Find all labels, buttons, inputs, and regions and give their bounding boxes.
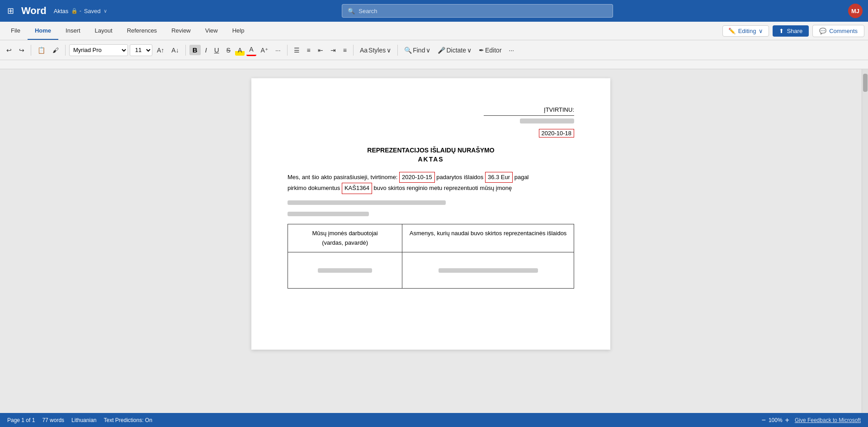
avatar[interactable]: MJ: [848, 4, 863, 18]
document-title-line1: REPREZENTACIJOS IŠLAIDŲ NURAŠYMO: [288, 147, 574, 154]
word-count: 77 words: [42, 417, 64, 423]
document-title-line2: AKTAS: [288, 156, 574, 163]
search-box[interactable]: 🔍 Search: [342, 4, 613, 18]
editor-icon: ✒: [479, 47, 484, 54]
formatting-toolbar: ↩ ↪ 📋 🖌 Myriad Pro 11 A↑ A↓ B I U S A A …: [0, 40, 868, 60]
numbered-list-button[interactable]: ≡: [304, 45, 313, 56]
separator-5: [353, 45, 354, 56]
separator-3: [185, 45, 186, 56]
italic-button[interactable]: I: [203, 44, 210, 56]
tvirtinu-label: ĮTVIRTINU:: [544, 106, 574, 113]
styles-icon: Aa: [360, 47, 368, 54]
tab-insert[interactable]: Insert: [58, 22, 88, 40]
table-header-col1: Mūsų įmonės darbuotojai (vardas, pavardė…: [288, 224, 402, 252]
tab-review[interactable]: Review: [164, 22, 198, 40]
zoom-out-button[interactable]: −: [762, 416, 766, 424]
search-icon: 🔍: [348, 8, 355, 14]
decrease-font-button[interactable]: A↓: [169, 45, 181, 56]
tab-file[interactable]: File: [4, 22, 28, 40]
document-body: Mes, ant šio akto pasirašiusieji, tvirti…: [288, 172, 574, 289]
styles-chevron-icon: ∨: [387, 47, 391, 54]
more-toolbar-button[interactable]: ···: [506, 45, 517, 56]
status-bar-right: − 100% + Give Feedback to Microsoft: [762, 416, 861, 424]
undo-button[interactable]: ↩: [4, 45, 14, 56]
feedback-link[interactable]: Give Feedback to Microsoft: [795, 417, 861, 423]
bold-button[interactable]: B: [189, 45, 201, 55]
body-pirkimo: pirkimo dokumentus: [288, 185, 342, 191]
document-filename: Aktas 🔒 - Saved ∨: [54, 8, 107, 14]
zoom-level: 100%: [769, 417, 783, 423]
signature-name: redacted name: [288, 118, 574, 123]
editing-button[interactable]: ✏️ Editing ∨: [722, 25, 769, 37]
editing-chevron-icon: ∨: [759, 28, 763, 34]
search-placeholder: Search: [359, 8, 377, 14]
ruler: [0, 60, 868, 69]
find-button[interactable]: 🔍 Find ∨: [401, 45, 433, 56]
separator-2: [65, 45, 66, 56]
title-bar: ⊞ Word Aktas 🔒 - Saved ∨ 🔍 Search MJ: [0, 0, 868, 22]
increase-font-button[interactable]: A↑: [154, 45, 167, 56]
redo-button[interactable]: ↪: [16, 45, 27, 56]
share-button[interactable]: ⬆ Share: [773, 25, 809, 37]
highlight-button[interactable]: A: [235, 45, 245, 56]
page-info: Page 1 of 1: [7, 417, 35, 423]
font-color-button[interactable]: A: [246, 44, 256, 56]
search-area: 🔍 Search: [113, 4, 843, 18]
increase-indent-button[interactable]: ⇥: [328, 45, 339, 56]
document-scroll[interactable]: ĮTVIRTINU: redacted name 2020-10-18 REPR…: [0, 69, 862, 413]
dictate-icon: 🎤: [438, 47, 445, 54]
font-size-select[interactable]: 11: [130, 44, 152, 56]
tab-layout[interactable]: Layout: [88, 22, 120, 40]
tab-help[interactable]: Help: [225, 22, 252, 40]
document-date-box: 2020-10-18: [539, 129, 575, 138]
format-painter-button[interactable]: 🖌: [50, 45, 61, 56]
expense-table: Mūsų įmonės darbuotojai (vardas, pavardė…: [288, 224, 574, 289]
paste-button[interactable]: 📋: [35, 45, 48, 56]
status-bar: Page 1 of 1 77 words Lithuanian Text Pre…: [0, 413, 868, 427]
ribbon-tabs: File Home Insert Layout References Revie…: [0, 22, 868, 40]
dictate-button[interactable]: 🎤 Dictate ∨: [435, 45, 474, 56]
comments-button[interactable]: 💬 Comments: [812, 25, 864, 37]
tab-references[interactable]: References: [120, 22, 164, 40]
separator-1: [31, 45, 31, 56]
find-chevron-icon: ∨: [426, 47, 430, 54]
tvirtinu-section: ĮTVIRTINU:: [288, 105, 574, 114]
vertical-scrollbar[interactable]: [862, 69, 868, 413]
tab-view[interactable]: View: [198, 22, 225, 40]
underline-button[interactable]: U: [212, 44, 222, 56]
body-buvo: buvo skirtos renginio metu reprezentuoti…: [374, 185, 512, 191]
strikethrough-button[interactable]: S: [224, 45, 233, 56]
body-pagal: pagal: [514, 174, 529, 180]
table-row: redacted redacted: [288, 252, 574, 289]
editor-button[interactable]: ✒ Editor: [476, 45, 505, 56]
amount-box: 36.3 Eur: [485, 172, 513, 183]
tab-home[interactable]: Home: [28, 22, 58, 40]
table-cell-persons: redacted: [402, 252, 574, 289]
text-effects-button[interactable]: A⁺: [258, 45, 271, 56]
zoom-controls: − 100% +: [762, 416, 789, 424]
waffle-icon[interactable]: ⊞: [5, 4, 16, 18]
font-family-select[interactable]: Myriad Pro: [69, 44, 128, 56]
ribbon: File Home Insert Layout References Revie…: [0, 22, 868, 40]
document-page: ĮTVIRTINU: redacted name 2020-10-18 REPR…: [251, 78, 610, 350]
table-header-col2: Asmenys, kurių naudai buvo skirtos repre…: [402, 224, 574, 252]
styles-button[interactable]: Aa Styles ∨: [357, 45, 394, 56]
more-text-button[interactable]: ···: [273, 45, 283, 56]
text-predictions: Text Predictions: On: [104, 417, 152, 423]
body-intro: Mes, ant šio akto pasirašiusieji, tvirti…: [288, 174, 399, 180]
separator-4: [287, 45, 288, 56]
zoom-in-button[interactable]: +: [785, 416, 789, 424]
edit-pencil-icon: ✏️: [728, 28, 736, 34]
title-bar-right: MJ: [848, 4, 863, 18]
table-header-row: Mūsų įmonės darbuotojai (vardas, pavardė…: [288, 224, 574, 252]
find-icon: 🔍: [404, 47, 412, 54]
comment-icon: 💬: [819, 28, 826, 34]
language: Lithuanian: [71, 417, 96, 423]
bullet-list-button[interactable]: ☰: [291, 45, 302, 56]
document-area: ĮTVIRTINU: redacted name 2020-10-18 REPR…: [0, 69, 868, 413]
separator-6: [397, 45, 398, 56]
alignment-button[interactable]: ≡: [340, 45, 349, 56]
decrease-indent-button[interactable]: ⇤: [315, 45, 326, 56]
body-amount-label: padarytos išlaidos: [436, 174, 485, 180]
inline-date-box: 2020-10-15: [399, 172, 435, 183]
